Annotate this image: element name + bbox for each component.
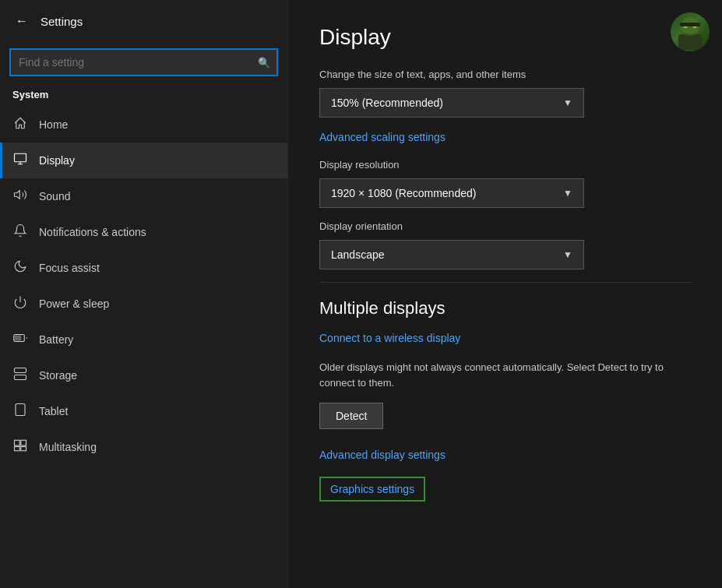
svg-rect-12 — [15, 440, 20, 445]
svg-rect-14 — [15, 447, 20, 451]
sidebar-item-home-label: Home — [39, 118, 68, 131]
svg-rect-5 — [15, 336, 21, 340]
home-icon — [12, 116, 28, 133]
sidebar-item-multitasking-label: Multitasking — [39, 441, 97, 453]
scale-label: Change the size of text, apps, and other… — [319, 69, 691, 80]
sidebar-item-focus[interactable]: Focus assist — [0, 250, 287, 286]
wireless-display-link[interactable]: Connect to a wireless display — [319, 332, 460, 344]
advanced-scaling-link[interactable]: Advanced scaling settings — [319, 131, 446, 143]
tablet-icon — [12, 403, 28, 420]
svg-rect-7 — [15, 375, 26, 380]
svg-rect-20 — [680, 23, 700, 26]
divider — [319, 282, 691, 283]
sidebar-item-tablet-label: Tablet — [39, 405, 68, 417]
resolution-value: 1920 × 1080 (Recommended) — [331, 187, 476, 199]
power-icon — [12, 295, 28, 312]
battery-icon — [12, 331, 28, 348]
orientation-dropdown[interactable]: Landscape ▼ — [319, 240, 584, 269]
sidebar-item-power-label: Power & sleep — [39, 298, 109, 310]
sidebar-item-tablet[interactable]: Tablet — [0, 393, 287, 429]
svg-rect-17 — [678, 34, 702, 50]
focus-icon — [12, 259, 28, 276]
notifications-icon — [12, 224, 28, 241]
orientation-dropdown-arrow: ▼ — [563, 249, 572, 260]
svg-rect-13 — [21, 440, 26, 445]
sidebar-item-battery-label: Battery — [39, 333, 73, 346]
resolution-dropdown[interactable]: 1920 × 1080 (Recommended) ▼ — [319, 178, 584, 208]
scale-value: 150% (Recommended) — [331, 97, 443, 109]
svg-marker-1 — [15, 191, 20, 199]
sidebar-item-display-label: Display — [39, 154, 75, 167]
storage-icon — [12, 367, 28, 384]
sidebar-item-focus-label: Focus assist — [39, 262, 100, 274]
resolution-label: Display resolution — [319, 159, 691, 171]
nav-list: Home Display Sound — [0, 107, 287, 588]
sidebar-item-power[interactable]: Power & sleep — [0, 286, 287, 322]
orientation-label: Display orientation — [319, 220, 691, 232]
avatar — [671, 12, 710, 51]
multiple-displays-heading: Multiple displays — [319, 298, 691, 319]
settings-title: Settings — [41, 15, 83, 28]
svg-rect-10 — [16, 404, 25, 416]
detect-button[interactable]: Detect — [319, 403, 383, 429]
search-input[interactable] — [9, 48, 278, 76]
back-button[interactable]: ← — [12, 11, 31, 31]
orientation-value: Landscape — [331, 248, 385, 261]
sidebar: ← Settings 🔍 System Home — [0, 0, 288, 588]
advanced-display-link[interactable]: Advanced display settings — [319, 449, 446, 461]
svg-rect-6 — [15, 368, 26, 373]
main-content: Display Change the size of text, apps, a… — [288, 0, 722, 588]
svg-rect-0 — [15, 153, 26, 162]
sidebar-item-multitasking[interactable]: Multitasking — [0, 429, 287, 465]
sidebar-item-storage-label: Storage — [39, 369, 77, 382]
avatar-image — [671, 12, 710, 51]
sidebar-item-display[interactable]: Display — [0, 143, 287, 178]
sidebar-item-storage[interactable]: Storage — [0, 357, 287, 393]
display-icon — [12, 152, 28, 169]
sidebar-item-sound-label: Sound — [39, 190, 70, 202]
search-icon: 🔍 — [258, 57, 270, 69]
multitasking-icon — [12, 438, 28, 456]
sidebar-item-home[interactable]: Home — [0, 107, 287, 143]
system-label: System — [0, 86, 287, 107]
sound-icon — [12, 188, 28, 205]
scale-dropdown[interactable]: 150% (Recommended) ▼ — [319, 88, 584, 118]
scale-dropdown-arrow: ▼ — [563, 97, 572, 108]
search-box: 🔍 — [9, 48, 278, 76]
multiple-displays-description: Older displays might not always connect … — [319, 360, 691, 390]
sidebar-item-notifications[interactable]: Notifications & actions — [0, 214, 287, 250]
sidebar-item-sound[interactable]: Sound — [0, 178, 287, 214]
page-title: Display — [319, 25, 691, 50]
sidebar-header: ← Settings — [0, 0, 287, 42]
sidebar-item-notifications-label: Notifications & actions — [39, 226, 146, 238]
sidebar-item-battery[interactable]: Battery — [0, 322, 287, 357]
resolution-dropdown-arrow: ▼ — [563, 188, 572, 199]
graphics-settings-link[interactable]: Graphics settings — [319, 477, 425, 502]
svg-rect-15 — [21, 447, 26, 451]
